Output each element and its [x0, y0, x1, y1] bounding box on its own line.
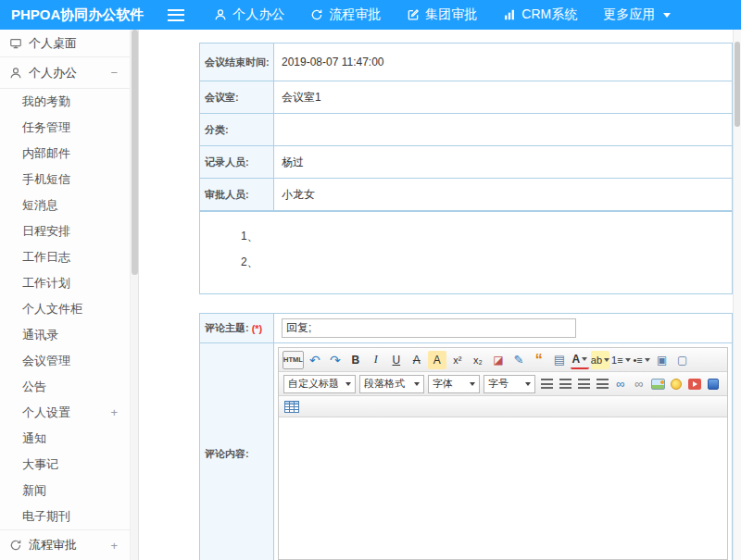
sidebar-item[interactable]: 个人设置 + — [0, 400, 130, 426]
scrollbar-thumb[interactable] — [132, 30, 138, 275]
page-scrollbar[interactable] — [733, 30, 741, 560]
sidebar-item[interactable]: 会议管理 — [0, 348, 130, 374]
sidebar-item[interactable]: 公告 — [0, 374, 130, 400]
expand-indicator[interactable]: + — [110, 539, 118, 553]
table-icon[interactable] — [283, 397, 301, 416]
sidebar-item[interactable]: 大事记 — [0, 452, 130, 478]
image-icon[interactable] — [648, 375, 667, 393]
page-break-icon[interactable]: ▢ — [673, 351, 692, 369]
sidebar-item-label: 个人桌面 — [29, 35, 77, 52]
scrollbar-thumb[interactable] — [735, 42, 740, 127]
heading-select[interactable]: 自定义标题 — [283, 375, 356, 393]
sidebar-item[interactable]: 电子期刊 — [0, 504, 130, 529]
template-icon[interactable]: ▤ — [550, 351, 569, 369]
dropdown-label: 段落格式 — [364, 377, 405, 391]
sidebar-item-label: 工作计划 — [22, 276, 70, 290]
bold-icon[interactable]: B — [346, 351, 365, 369]
sidebar-item[interactable]: 通知 — [0, 426, 130, 452]
user-icon — [214, 8, 227, 21]
process-icon — [310, 8, 323, 21]
italic-icon[interactable]: I — [367, 351, 385, 369]
comment-subject-input[interactable] — [282, 318, 576, 338]
comment-content-cell: HTML↶↷BIUAAx²x₂◪✎“▤Aab1≡•≡▣▢ 自定义标题 段落格式 … — [274, 343, 732, 560]
editor-content-area[interactable] — [279, 417, 727, 559]
form-row: 审批人员: 小龙女 — [200, 179, 732, 211]
sidebar-item-label: 我的考勤 — [22, 94, 70, 108]
ordered-list-icon[interactable]: 1≡ — [611, 351, 631, 369]
align-left-icon[interactable] — [537, 375, 556, 393]
editor-toolbar-row1: HTML↶↷BIUAAx²x₂◪✎“▤Aab1≡•≡▣▢ — [279, 348, 727, 372]
nav-personal-office[interactable]: 个人办公 — [201, 0, 297, 30]
unlink-icon[interactable]: ∞ — [630, 375, 648, 393]
top-navigation: 个人办公 流程审批 集团审批 CRM系统 更多应用 — [201, 0, 684, 30]
collapse-indicator[interactable]: − — [110, 66, 118, 80]
attachment-icon[interactable] — [704, 375, 722, 393]
sidebar-item[interactable]: 短消息 — [0, 193, 130, 218]
media-glyph — [688, 379, 701, 390]
font-background-icon[interactable]: A — [428, 351, 446, 369]
bars-glyph — [597, 379, 609, 389]
emotion-icon[interactable] — [667, 375, 685, 393]
unordered-list-icon[interactable]: •≡ — [633, 351, 651, 369]
field-label: 评论主题: — [205, 321, 249, 335]
caret-down-icon — [345, 382, 351, 386]
font-family-select[interactable]: 字体 — [428, 375, 480, 393]
subscript-icon[interactable]: x₂ — [469, 351, 487, 369]
field-value: 会议室1 — [274, 81, 732, 113]
link-icon[interactable]: ∞ — [611, 375, 630, 393]
field-label: 记录人员: — [200, 146, 274, 178]
comment-subject-row: 评论主题: (*) — [200, 314, 732, 343]
dropdown-label: 自定义标题 — [288, 377, 339, 391]
nav-process-approval[interactable]: 流程审批 — [297, 0, 394, 30]
nav-group-approval[interactable]: 集团审批 — [394, 0, 490, 30]
media-icon[interactable] — [685, 375, 704, 393]
sidebar-item[interactable]: 工作日志 — [0, 244, 130, 270]
sidebar-item[interactable]: 日程安排 — [0, 218, 130, 244]
caret-down-icon — [414, 382, 420, 386]
sidebar-item-label: 新闻 — [22, 483, 46, 497]
user-icon — [9, 67, 22, 80]
sidebar-section-process-approval[interactable]: 流程审批 + — [0, 529, 130, 560]
sidebar-item[interactable]: 手机短信 — [0, 167, 130, 193]
sidebar-item-label: 日程安排 — [22, 224, 70, 238]
blockquote-icon[interactable]: “ — [530, 351, 548, 369]
superscript-icon[interactable]: x² — [448, 351, 467, 369]
sidebar-item[interactable]: 工作计划 — [0, 270, 130, 296]
paste-icon[interactable]: ▣ — [653, 351, 672, 369]
remove-format-icon[interactable]: ◪ — [489, 351, 508, 369]
sidebar-item-personal-desktop[interactable]: 个人桌面 — [0, 30, 130, 57]
sidebar-item[interactable]: 通讯录 — [0, 322, 130, 348]
strikethrough-icon[interactable]: A — [408, 351, 426, 369]
sidebar-item[interactable]: 任务管理 — [0, 115, 130, 141]
sidebar-item-label: 短消息 — [22, 198, 58, 212]
html-source-button[interactable]: HTML — [283, 351, 304, 369]
chart-icon — [503, 8, 516, 21]
nav-label: 集团审批 — [425, 6, 477, 23]
paragraph-format-select[interactable]: 段落格式 — [359, 375, 424, 393]
nav-crm-system[interactable]: CRM系统 — [490, 0, 590, 30]
sidebar-scrollbar[interactable] — [130, 30, 139, 560]
align-right-icon[interactable] — [574, 375, 593, 393]
sidebar-section-personal-office[interactable]: 个人办公 − — [0, 57, 130, 89]
underline-icon[interactable]: U — [387, 351, 406, 369]
sidebar-item[interactable]: 新闻 — [0, 478, 130, 504]
undo-icon[interactable]: ↶ — [306, 351, 324, 369]
highlight-color-icon[interactable]: ab — [591, 351, 609, 369]
redo-icon[interactable]: ↷ — [326, 351, 345, 369]
field-label: 会议结束时间: — [200, 44, 274, 81]
form-row: 会议室: 会议室1 — [200, 81, 732, 114]
align-center-icon[interactable] — [556, 375, 574, 393]
nav-label: 更多应用 — [603, 6, 655, 23]
nav-more-apps[interactable]: 更多应用 — [590, 0, 684, 30]
nav-label: 个人办公 — [232, 6, 284, 23]
sidebar-item[interactable]: 内部邮件 — [0, 141, 130, 167]
sidebar-item[interactable]: 我的考勤 — [0, 89, 130, 115]
sidebar-item[interactable]: 个人文件柜 — [0, 296, 130, 322]
menu-icon[interactable] — [168, 9, 184, 21]
font-size-select[interactable]: 字号 — [484, 375, 535, 393]
format-painter-icon[interactable]: ✎ — [509, 351, 528, 369]
sidebar-personal-items: 我的考勤 任务管理 内部邮件 手机短信 短消息 日程安排 工作日志 — [0, 89, 130, 529]
font-color-icon[interactable]: A — [571, 351, 589, 369]
align-justify-icon[interactable] — [593, 375, 611, 393]
sidebar: 个人桌面 个人办公 − 我的考勤 任务管理 内部邮件 手机短信 短消息 — [0, 30, 130, 560]
